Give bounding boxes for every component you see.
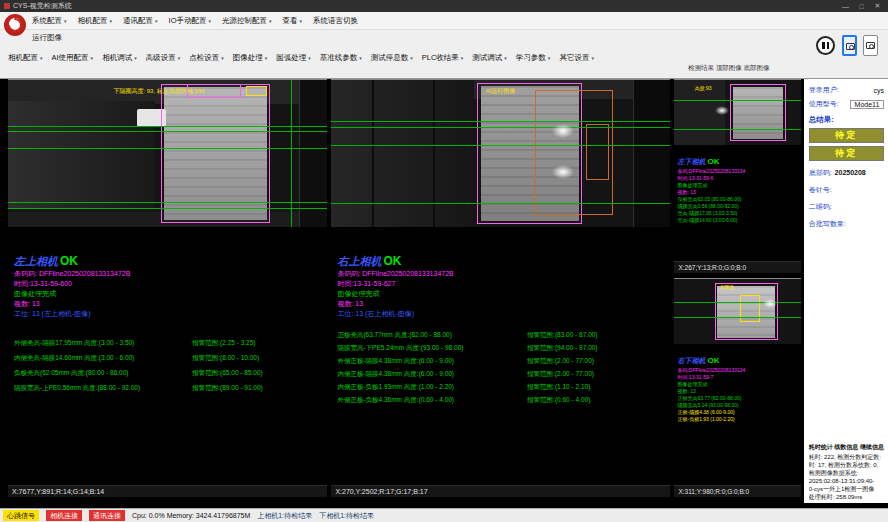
chevron-down-icon: ▾ (40, 55, 43, 61)
toolbar-other-settings[interactable]: 其它设置▾ (559, 53, 594, 63)
statistics-tabs[interactable]: 耗时统计 线数信息 继续信息 (809, 443, 884, 451)
result-text-small-bottom: 右下相机OK 条码:DFFline20250208133134 时间:13-31… (674, 344, 800, 485)
field-value: 20250208 (835, 169, 866, 176)
pixel-coords-right: X:270,Y:2502;R:17;G:17;B:17 (331, 485, 670, 497)
status-ok: OK (707, 157, 719, 166)
measure-line (8, 131, 327, 132)
overlay-line: 隔膜宽高5.24 (93.00-98.00) (677, 402, 797, 409)
chevron-down-icon: ▾ (221, 55, 224, 61)
menu-label: 系统配置 (32, 16, 62, 26)
roi-outline (730, 84, 786, 141)
camera-view-button-2[interactable] (863, 35, 878, 56)
toolbar-plc-result[interactable]: PLC收结果▾ (422, 53, 464, 63)
menu-language-switch[interactable]: 系统语言切换 (313, 16, 358, 26)
measurement-row: 内侧正极-负极1.93mm 高度:(1.00 - 2.20)报警范围:(1.10… (337, 380, 664, 393)
app-logo (4, 14, 26, 36)
toolbar-label: PLC收结果 (422, 53, 459, 63)
toolbar-label: AI使用配置 (52, 53, 89, 63)
chevron-down-icon: ▾ (178, 55, 181, 61)
reflection-highlight (552, 124, 574, 138)
tab-run-image[interactable]: 运行图像 (32, 33, 62, 43)
model-select[interactable]: Mode11 (850, 100, 884, 109)
upper-camera-result: 上相机1:待检结果 (257, 511, 312, 521)
machinery-shape (331, 80, 473, 227)
machinery-shape (633, 80, 670, 227)
field-label: 底部码: (809, 168, 832, 178)
status-ok: OK (707, 356, 719, 365)
toolbar-camera-config[interactable]: 相机配置▾ (8, 53, 43, 63)
toolbar: 相机配置▾ AI使用配置▾ 相机调试▾ 高级设置▾ 点检设置▾ 图像处理▾ 圆弧… (8, 53, 594, 63)
toolbar-test-debug[interactable]: 测试调试▾ (472, 53, 507, 63)
toolbar-arc-process[interactable]: 圆弧处理▾ (276, 53, 311, 63)
measurement-row: 外侧壳高-隔膜17.95mm 高度:(3.00 - 3.50)报警范围:(2.2… (14, 335, 321, 350)
pixel-coords-small-top: X:267;Y:13;R:0;G:0;B:0 (674, 261, 800, 273)
overlay-line: 负极壳高62.05 (80.00-86.00) (677, 196, 797, 203)
measure-line (331, 127, 670, 128)
chevron-down-icon: ▾ (591, 55, 594, 61)
result-text-right: 右上相机OK 条码码: DFFline2025020813313472B 时间:… (331, 227, 670, 485)
measurement-value: 外侧正极-隔膜4.38mm 高度:(6.00 - 9.00) (337, 354, 527, 367)
toolbar-camera-debug[interactable]: 相机调试▾ (102, 53, 137, 63)
toolbar-learn-params[interactable]: 学习参数▾ (516, 53, 551, 63)
info-sidebar: 登录用户: cys 使用型号: Mode11 总结果: 待定 待定 底部码: 2… (804, 79, 888, 503)
toolbar-image-process[interactable]: 图像处理▾ (233, 53, 268, 63)
status-ok: OK (383, 254, 401, 268)
menu-label: 系统语言切换 (313, 16, 358, 26)
menu-label: 光源控制配置 (222, 16, 267, 26)
close-icon[interactable]: ✕ (871, 2, 884, 10)
stat-line: 时: 17, 检测分数系统数: 0, (809, 461, 884, 469)
pause-button[interactable] (816, 36, 835, 55)
menu-system-config[interactable]: 系统配置▾ (32, 16, 67, 26)
machinery-shape (8, 101, 155, 210)
login-user-row: 登录用户: cys (809, 85, 884, 95)
menu-view[interactable]: 查看▾ (283, 16, 303, 26)
chevron-down-icon: ▾ (269, 18, 272, 24)
camera-title: 右上相机 (337, 255, 381, 267)
camera-view-right-upper[interactable]: AI运行图像 (331, 79, 670, 227)
camera-panel-right-upper: AI运行图像 右上相机OK 条码码: DFFline20250208133134… (331, 79, 670, 497)
toolbar-test-params[interactable]: 测试停息数▾ (371, 53, 413, 63)
camera-title: 左上相机 (14, 255, 58, 267)
overlay-line: 视数: 13 (677, 388, 797, 395)
image-overlay-label: 下隔圈高度: 93, 标定高度区域:100 (113, 87, 204, 96)
chevron-down-icon: ▾ (461, 55, 464, 61)
chevron-down-icon: ▾ (548, 55, 551, 61)
result-text-left: 左上相机OK 条码码: DFFline2025020813313472B 时间:… (8, 227, 327, 485)
camera-view-button-1[interactable] (842, 35, 857, 56)
view-switch-links[interactable]: 检测结果 顶部图像 底部图像 (688, 64, 770, 73)
menu-camera-config[interactable]: 相机配置▾ (78, 16, 113, 26)
toolbar-ai-config[interactable]: AI使用配置▾ (52, 53, 94, 63)
process-line: 图像处理完成 (14, 289, 321, 299)
alarm-range: 报警范围:(65.00 - 85.00) (192, 365, 321, 380)
measurement-row: 外侧正极-隔膜4.38mm 高度:(6.00 - 9.00)报警范围:(2.00… (337, 354, 664, 367)
camera-view-left-upper[interactable]: 下隔圈高度: 93, 标定高度区域:100 (8, 79, 327, 227)
pixel-coords-left: X:7677,Y:891;R:14;G:14;B:14 (8, 485, 327, 497)
camera-view-left-lower[interactable]: 高度:93 (674, 79, 800, 145)
toolbar-baseline-params[interactable]: 基准线参数▾ (320, 53, 362, 63)
maximize-icon[interactable]: □ (855, 3, 868, 10)
lower-camera-result: 下相机1:待检结果 (319, 511, 374, 521)
toolbar-label: 学习参数 (516, 53, 546, 63)
count-line: 视数: 13 (14, 299, 321, 309)
toolbar-spot-check[interactable]: 点检设置▾ (189, 53, 224, 63)
overlay-line: 时间:13-31-59-6 (677, 175, 797, 182)
menu-light-config[interactable]: 光源控制配置▾ (222, 16, 272, 26)
statusbar: 心跳信号 相机连接 通讯连接 Cpu: 0.0% Memory: 3424.41… (0, 508, 888, 522)
minimize-icon[interactable]: — (839, 3, 852, 10)
toolbar-advanced-settings[interactable]: 高级设置▾ (146, 53, 181, 63)
reflection-highlight (763, 299, 777, 308)
pixel-coords-small-bottom: X:311;Y:980;R:0;G:0;B:0 (674, 485, 800, 497)
menu-comm-config[interactable]: 通讯配置▾ (123, 16, 158, 26)
chevron-down-icon: ▾ (308, 55, 311, 61)
toolbar-label: 基准线参数 (320, 53, 358, 63)
chevron-down-icon: ▾ (64, 18, 67, 24)
menu-io-config[interactable]: IO手动配置▾ (169, 16, 211, 26)
alarm-range: 报警范围:(2.25 - 3.25) (192, 335, 321, 350)
camera-connection-indicator: 相机连接 (46, 510, 82, 521)
camera-view-right-lower[interactable]: AI图像 (674, 278, 800, 344)
alarm-range: 报警范围:(94.00 - 97.00) (527, 341, 664, 354)
measure-line (8, 208, 327, 209)
chevron-down-icon: ▾ (410, 55, 413, 61)
toolbar-label: 图像处理 (233, 53, 263, 63)
measurement-list: 正极壳高(63.77mm 高度:(82.00 - 88.00)报警范围:(83.… (337, 328, 664, 406)
